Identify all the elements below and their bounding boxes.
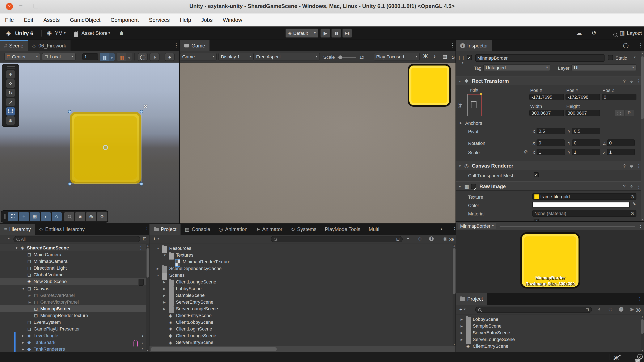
foldout-icon[interactable]: ▶ xyxy=(163,298,166,305)
hierarchy-row-minimaprendertexture[interactable]: ◻MinimapRenderTexture xyxy=(0,312,150,319)
hand-tool[interactable]: Ψ xyxy=(6,70,15,78)
tab-playmode-tools[interactable]: PlayMode Tools xyxy=(321,224,364,235)
project-row-clientloungescene-folder[interactable]: ▶ClientLoungeScene xyxy=(150,278,456,285)
scale-tool[interactable]: ↗ xyxy=(6,98,15,106)
tab-overflow-icon[interactable]: ▸ xyxy=(441,227,443,231)
menu-component[interactable]: Component xyxy=(110,16,139,23)
raycast-checkbox[interactable]: ✓ xyxy=(534,219,539,222)
menu-window[interactable]: Window xyxy=(223,16,242,23)
project-right-add-button[interactable]: + xyxy=(459,306,462,312)
tab-project-right[interactable]: Project xyxy=(456,293,487,305)
game-mode-dropdown[interactable]: Game▾ xyxy=(180,53,217,60)
tab-multi[interactable]: Multi xyxy=(364,224,384,235)
asset-store-icon[interactable] xyxy=(74,32,78,37)
audio-toggle-button[interactable]: ● xyxy=(164,53,175,61)
hierarchy-row-directional-light[interactable]: ◻Directional Light xyxy=(0,264,150,271)
scale-y-field[interactable]: 1 xyxy=(572,149,600,156)
menu-jobs[interactable]: Jobs xyxy=(201,16,213,23)
hierarchy-scrollbar[interactable]: ▲▼ xyxy=(146,244,150,352)
project-row-resources[interactable]: ▼Resources xyxy=(150,245,456,252)
strip-grip[interactable] xyxy=(7,66,15,67)
scroll-up-icon[interactable]: ▲ xyxy=(146,244,150,247)
scale-slider[interactable] xyxy=(338,57,356,58)
pivot-mode-dropdown[interactable]: ◻Center▾ xyxy=(4,53,40,60)
layout-icon[interactable]: ▥ xyxy=(620,30,625,36)
foldout-icon[interactable]: ▶ xyxy=(22,339,24,346)
scroll-up-icon[interactable]: ▲ xyxy=(641,52,644,54)
project-right-add-caret-icon[interactable]: ▾ xyxy=(464,308,466,311)
ri-presets-icon[interactable]: ≑ xyxy=(630,182,634,191)
project-hscrollbar[interactable] xyxy=(150,346,456,352)
compass-button[interactable]: ⊘ xyxy=(97,212,107,221)
anchor-preset-widget[interactable] xyxy=(467,94,482,116)
rt-kebab-icon[interactable]: ⋮ xyxy=(636,76,641,86)
project-kebab-icon[interactable]: ⋮ xyxy=(452,226,456,232)
scroll-up-icon[interactable]: ▲ xyxy=(452,244,456,247)
tab-game[interactable]: Game xyxy=(180,40,209,51)
selection-handle-bl[interactable] xyxy=(68,182,71,186)
hierarchy-row-tankshark[interactable]: ▶◆TankShark› xyxy=(0,339,150,346)
project-row-lobbyscene-folder[interactable]: ▶LobbyScene xyxy=(150,285,456,292)
skybox-button[interactable]: ◎ xyxy=(86,212,96,221)
foldout-icon[interactable]: ▶ xyxy=(163,285,166,292)
name-field[interactable]: MinmapBorder xyxy=(475,54,604,62)
hierarchy-row-main-camera[interactable]: ◻Main Camera xyxy=(0,251,150,258)
scene-viewport[interactable]: ✕ Ψ ✛ ↻ ↗ ⊕ ≑ ▦ ◐ ◇ ◙ ◎ xyxy=(0,62,180,224)
grid-visibility-button[interactable]: ▦ xyxy=(100,53,109,61)
project2-row-samplescene[interactable]: ▶SampleScene xyxy=(456,322,644,329)
play-button[interactable]: ▶ xyxy=(320,28,330,38)
cull-checkbox[interactable]: ✓ xyxy=(534,172,539,177)
scroll-down-icon[interactable]: ▼ xyxy=(641,218,644,221)
project-row-scenedependencycache[interactable]: ▶SceneDependencyCache xyxy=(150,265,456,272)
debug-circle-icon[interactable]: ◯ xyxy=(623,42,629,48)
scroll-up-icon[interactable]: ▲ xyxy=(641,316,644,318)
foldout-icon[interactable]: ▼ xyxy=(22,285,25,292)
hierarchy-row-gamevictorypanel[interactable]: ▶◻GameVictoryPanel xyxy=(0,298,150,305)
kebab-icon[interactable]: ⋮ xyxy=(138,244,143,251)
raw-edit-button[interactable]: R xyxy=(625,110,634,116)
hierarchy-row-tankrenderers[interactable]: ▶◆TankRenderers› xyxy=(0,346,150,352)
menu-edit[interactable]: Edit xyxy=(24,16,34,23)
project-right-search-input[interactable]: ⊡ xyxy=(475,306,592,313)
grid-toggle-button[interactable]: ▦ xyxy=(30,212,40,221)
selection-handle-tr[interactable] xyxy=(140,110,143,114)
grid-visibility-caret[interactable]: ▾ xyxy=(109,53,114,61)
project-row-samplescene-folder[interactable]: ▶SampleScene xyxy=(150,292,456,298)
aspect-dropdown[interactable]: Free Aspect▾ xyxy=(254,53,320,60)
foldout-icon[interactable]: ▶ xyxy=(460,329,463,336)
hierarchy-search-input[interactable]: All xyxy=(14,236,140,242)
foldout-icon[interactable]: ▶ xyxy=(460,316,463,322)
debug-bug-icon[interactable]: Ж xyxy=(423,53,428,59)
posz-field[interactable]: 0 xyxy=(602,94,636,100)
scroll-down-icon[interactable]: ▼ xyxy=(146,350,150,352)
cr-help-icon[interactable]: ? xyxy=(623,161,626,170)
grid-size-field[interactable]: 1 xyxy=(82,53,98,60)
gameobject-icon-caret[interactable]: ▾ xyxy=(462,61,464,65)
inspector-scrollbar[interactable]: ▲ ▼ xyxy=(641,51,644,222)
tab-animator[interactable]: ➤Animator xyxy=(252,224,286,235)
snap-button[interactable]: ▦ xyxy=(117,53,126,61)
foldout-icon[interactable]: ▼ xyxy=(15,244,18,251)
tab-console[interactable]: ▤Console xyxy=(181,224,214,235)
stats-icon[interactable]: ▤ xyxy=(442,53,447,59)
display-dropdown[interactable]: Display 1▾ xyxy=(218,53,254,60)
scroll-down-icon[interactable]: ▼ xyxy=(641,350,644,352)
ri-kebab-icon[interactable]: ⋮ xyxy=(636,182,641,191)
foldout-icon[interactable]: ▶ xyxy=(28,298,31,305)
hierarchy-expand-icon[interactable]: ⊡ xyxy=(143,236,146,242)
tab-hierarchy[interactable]: ≡Hierarchy xyxy=(0,224,35,235)
project-search-expand-icon[interactable]: ⊡ xyxy=(396,237,400,242)
tag-dropdown[interactable]: Untagged▾ xyxy=(483,64,550,71)
project-search-input[interactable]: ⊡ xyxy=(271,236,402,242)
rt-foldout-icon[interactable]: ▼ xyxy=(458,76,462,86)
static-checkbox[interactable] xyxy=(608,55,613,60)
prefab-chevron-icon[interactable]: › xyxy=(142,332,143,339)
project-row-clientloginscene[interactable]: ◈ClientLoginScene xyxy=(150,326,456,332)
search-icon[interactable] xyxy=(614,33,617,36)
project-right-search-expand-icon[interactable]: ⊡ xyxy=(586,308,589,312)
shading-mode-button[interactable]: ◯ xyxy=(138,53,148,61)
debugger-disabled-icon[interactable]: Ж xyxy=(614,354,619,361)
pivot-y-field[interactable]: 0.5 xyxy=(572,128,600,134)
prefab-chevron-icon[interactable]: › xyxy=(142,339,143,346)
scene-camera-button[interactable]: ◙ xyxy=(75,212,85,221)
